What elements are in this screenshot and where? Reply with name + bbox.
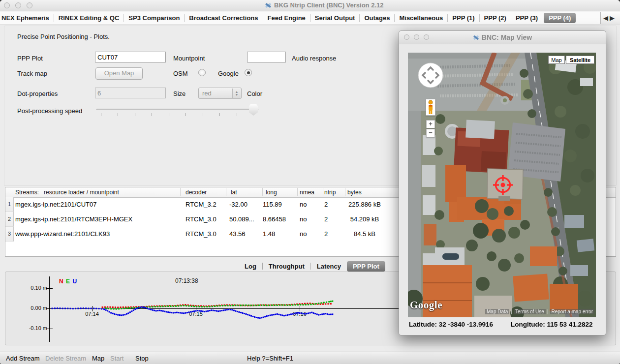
tab-scroller: ◀ ▶ [600,12,620,24]
cell-bytes: 84.5 kB [338,230,392,238]
minimize-window-button[interactable] [15,2,21,8]
post-processing-speed-label: Post-processing speed [17,107,82,115]
output-tabs: Log Throughput Latency PPP Plot [239,261,385,272]
dot-color-value: red [202,90,212,97]
map-attribution: Map Data | Terms of Use | Report a map e… [485,309,594,314]
tab-scroll-right-icon[interactable]: ▶ [610,14,615,22]
main-tabbar: NEX Ephemeris RINEX Editing & QC SP3 Com… [0,11,620,25]
add-stream-button[interactable]: Add Stream [6,355,40,362]
satellite-map[interactable]: + − Map Satellite Google Map Data | Term… [408,53,596,317]
cell-mountpoint: www.ppp-wizard.net:2101/CLK93 [15,230,110,238]
panel-heading: Precise Point Positioning - Plots. [17,33,110,40]
map-type-map-button[interactable]: Map [548,56,565,64]
report-map-error-link[interactable]: Report a map error [550,309,594,314]
bnc-map-view-window: BNC: Map View [399,30,606,335]
tab-ppp-3[interactable]: PPP (3) [511,14,542,22]
start-button[interactable]: Start [110,355,124,362]
col-ntrip[interactable]: ntrip [324,189,336,196]
tab-outages[interactable]: Outages [360,14,394,22]
osm-label: OSM [173,70,188,77]
cell-ntrip: 2 [324,201,328,208]
cell-ntrip: 2 [324,215,328,223]
longitude-readout: Longitude: 115 53 41.2822 [511,321,593,328]
cell-ntrip: 2 [324,230,328,238]
pegman-icon [426,99,435,115]
cell-decoder: RTCM_3.0 [186,230,217,238]
position-crosshair-icon [490,172,516,198]
col-bytes[interactable]: bytes [347,189,362,196]
help-hint: Help ?=Shift+F1 [247,355,293,362]
cell-long: 1.48 [263,230,275,238]
tab-sp3-comparison[interactable]: SP3 Comparison [124,14,184,22]
osm-radio[interactable] [198,69,206,76]
row-number: 2 [5,212,14,227]
tab-latency[interactable]: Latency [311,263,347,270]
cell-lat: 50.089... [229,215,254,223]
tab-feed-engine[interactable]: Feed Engine [263,14,310,22]
zoom-out-button[interactable]: − [426,129,435,137]
ppp-plot-label: PPP Plot [17,55,43,62]
ppp-plot-input[interactable] [95,52,166,62]
pegman-control[interactable] [426,99,435,116]
audio-response-label: Audio response [292,55,336,62]
bnc-app-icon [265,2,272,9]
cell-bytes: 225.886 kB [338,201,392,208]
bnc-app-icon [473,34,479,41]
zoom-window-button[interactable] [27,2,32,8]
col-decoder[interactable]: decoder [186,189,207,196]
map-data-link[interactable]: Map Data [485,309,509,314]
speed-slider-track[interactable] [96,109,258,110]
cell-bytes: 54.209 kB [338,215,392,223]
map-pan-control[interactable] [418,62,443,88]
cell-nmea: no [300,215,307,223]
cell-nmea: no [300,201,307,208]
tab-ppp-4-active[interactable]: PPP (4) [544,13,576,23]
cell-long: 8.66458 [263,215,286,223]
main-titlebar: BKG Ntrip Client (BNC) Version 2.12 [0,0,620,11]
mountpoint-label: Mountpoint [173,55,205,62]
status-bar: Add Stream Delete Stream Map Start Stop … [0,352,620,364]
dot-size-input[interactable] [95,88,166,98]
screen: BKG Ntrip Client (BNC) Version 2.12 NEX … [0,0,620,364]
col-nmea[interactable]: nmea [300,189,314,196]
tab-ppp-plot-active[interactable]: PPP Plot [347,261,385,272]
delete-stream-button[interactable]: Delete Stream [45,355,86,362]
map-type-satellite-button[interactable]: Satellite [566,56,594,64]
cell-mountpoint: mgex.igs-ip.net:2101/CUT07 [15,201,96,208]
col-long[interactable]: long [266,189,277,196]
map-button[interactable]: Map [92,355,104,362]
close-window-button[interactable] [4,2,10,8]
window-title: BKG Ntrip Client (BNC) Version 2.12 [274,1,383,9]
cell-decoder: RTCM_3.2 [186,201,217,208]
audio-response-input[interactable] [247,52,286,62]
cell-long: 115.89 [263,201,282,208]
tab-scroll-left-icon[interactable]: ◀ [603,14,608,22]
tab-ppp-1[interactable]: PPP (1) [448,14,479,22]
google-logo[interactable]: Google [410,299,442,311]
zoom-in-button[interactable]: + [426,120,435,128]
col-mountpoint[interactable]: Streams: resource loader / mountpoint [15,189,119,196]
tab-ppp-2[interactable]: PPP (2) [480,14,511,22]
google-radio-selected[interactable] [245,69,252,76]
tab-serial-output[interactable]: Serial Output [310,14,360,22]
tab-throughput[interactable]: Throughput [263,263,310,270]
cell-nmea: no [300,230,307,238]
tab-log[interactable]: Log [239,263,262,270]
google-label: Google [218,70,239,77]
tab-miscellaneous[interactable]: Miscellaneous [395,14,447,22]
latitude-readout: Latitude: 32 -3840 -13.9916 [409,321,493,328]
dot-color-combobox[interactable]: red ▲▼ [198,88,242,99]
tab-broadcast-corrections[interactable]: Broadcast Corrections [185,14,262,22]
size-label: Size [173,90,186,97]
terms-of-use-link[interactable]: Terms of Use [514,309,546,314]
col-lat[interactable]: lat [231,189,237,196]
color-label: Color [247,90,262,97]
stop-button[interactable]: Stop [135,355,149,362]
cell-mountpoint: mgex.igs-ip.net:2101/RTCM3EPH-MGEX [15,215,132,223]
map-titlebar: BNC: Map View [399,31,606,44]
cell-lat: -32.00 [229,201,248,208]
tab-rinex-editing-qc[interactable]: RINEX Editing & QC [54,14,124,22]
open-map-button[interactable]: Open Map [95,67,143,80]
dot-properties-label: Dot-properties [17,90,58,97]
tab-rinex-ephemeris[interactable]: NEX Ephemeris [0,14,54,22]
